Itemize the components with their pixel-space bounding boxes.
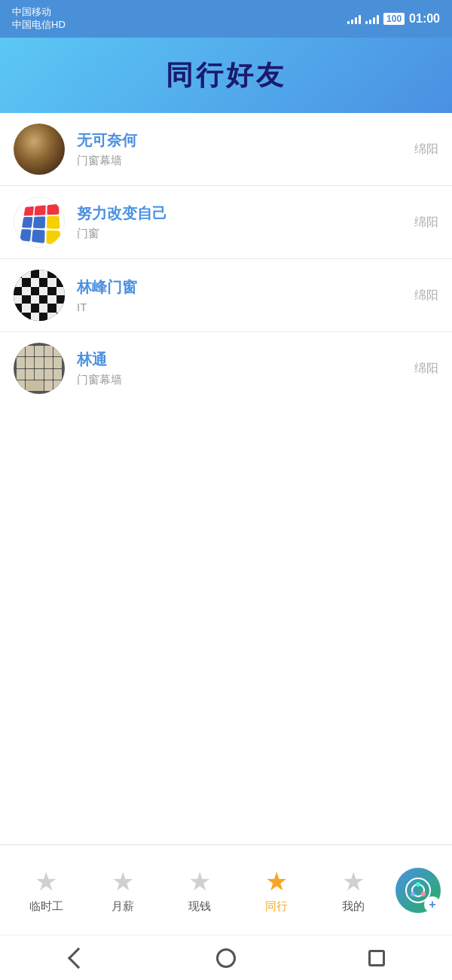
star-icon: ★ [188, 866, 211, 896]
system-nav [0, 935, 452, 980]
home-button[interactable] [215, 947, 237, 969]
signal-icon [347, 14, 361, 24]
back-icon [68, 947, 89, 968]
svg-point-2 [416, 882, 420, 887]
time: 01:00 [409, 12, 440, 26]
avatar [14, 197, 65, 248]
back-button[interactable] [64, 947, 87, 969]
contact-info: 无可奈何 门窗幕墙 [77, 130, 407, 168]
list-item[interactable]: 无可奈何 门窗幕墙 绵阳 [0, 113, 452, 186]
signal-icon-2 [365, 14, 379, 24]
nav-label-active: 同行 [265, 899, 288, 914]
contact-location: 绵阳 [407, 361, 438, 377]
nav-item-xianjian[interactable]: ★ 现钱 [161, 866, 238, 914]
star-icon: ★ [111, 866, 134, 896]
nav-label: 现钱 [188, 899, 211, 914]
contact-info: 林峰门窗 IT [77, 277, 407, 313]
contact-name: 努力改变自己 [77, 203, 407, 224]
star-icon: ★ [342, 866, 365, 896]
contact-info: 努力改变自己 门窗 [77, 203, 407, 241]
checkerboard-icon [14, 270, 65, 321]
nav-item-wode[interactable]: ★ 我的 [315, 866, 392, 914]
home-icon [216, 948, 236, 968]
list-item[interactable]: 努力改变自己 门窗 绵阳 [0, 186, 452, 259]
nav-item-yuexin[interactable]: ★ 月薪 [84, 866, 161, 914]
avatar [14, 343, 65, 394]
page-title: 同行好友 [166, 57, 286, 94]
contact-list: 无可奈何 门窗幕墙 绵阳 努力改变自己 门窗 绵阳 [0, 113, 452, 405]
avatar [14, 270, 65, 321]
svg-point-3 [421, 892, 426, 896]
list-item[interactable]: 林峰门窗 IT 绵阳 [0, 259, 452, 332]
status-right: 100 01:00 [347, 12, 440, 26]
keyboard-icon [14, 343, 65, 394]
contact-location: 绵阳 [407, 215, 438, 230]
bottom-nav: ★ 临时工 ★ 月薪 ★ 现钱 ★ 同行 ★ 我的 + [0, 844, 452, 935]
battery-icon: 100 [383, 13, 405, 25]
contact-subtitle: 门窗幕墙 [77, 373, 407, 387]
rubik-cube-icon [20, 204, 60, 246]
carrier2: 中国电信HD [12, 19, 66, 32]
special-circle-icon: + [396, 868, 441, 913]
contact-name: 无可奈何 [77, 130, 407, 151]
contact-name: 林通 [77, 350, 407, 370]
list-item[interactable]: 林通 门窗幕墙 绵阳 [0, 332, 452, 405]
star-icon-active: ★ [265, 866, 288, 896]
status-bar: 中国移动 中国电信HD 100 01:00 [0, 0, 452, 38]
contact-subtitle: IT [77, 301, 407, 313]
nav-label: 月薪 [111, 899, 134, 914]
contact-location: 绵阳 [407, 142, 438, 157]
contact-info: 林通 门窗幕墙 [77, 350, 407, 387]
contact-subtitle: 门窗幕墙 [77, 154, 407, 168]
nav-label: 临时工 [29, 899, 63, 914]
contact-name: 林峰门窗 [77, 277, 407, 298]
plus-badge: + [424, 896, 441, 913]
avatar [14, 124, 65, 175]
recent-icon [368, 950, 385, 966]
star-icon: ★ [35, 866, 57, 896]
recent-button[interactable] [365, 947, 388, 969]
contact-subtitle: 门窗 [77, 227, 407, 241]
svg-point-4 [411, 892, 415, 896]
nav-item-special[interactable]: + [392, 868, 444, 913]
nav-item-linshigong[interactable]: ★ 临时工 [8, 866, 84, 914]
carrier1: 中国移动 [12, 6, 66, 19]
carrier-info: 中国移动 中国电信HD [12, 6, 66, 32]
nav-label: 我的 [342, 899, 365, 914]
header-banner: 同行好友 [0, 38, 452, 113]
contact-location: 绵阳 [407, 288, 438, 304]
nav-item-tonghang[interactable]: ★ 同行 [238, 866, 315, 914]
